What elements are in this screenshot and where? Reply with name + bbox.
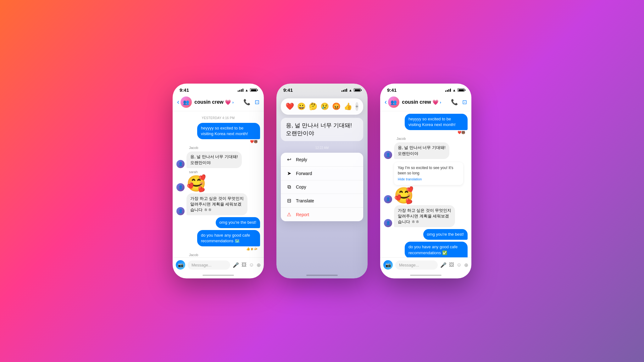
bubble-outgoing-cafe[interactable]: do you have any good cafe recommendation… [197,230,260,246]
plus-icon[interactable]: ⊕ [464,262,468,268]
bubble-incoming[interactable]: 가장 하고 싶은 것이 무엇인지알려주시면 계획을 세워보겠습니다 ㅎㅎ [394,205,455,228]
right-phone: 9:41 ▲ ‹ 👥 cousin crew 💗 › 📞 [380,84,471,278]
header-actions: 📞 ⊡ [243,99,259,106]
reaction-think[interactable]: 🤔 [309,102,317,111]
plus-icon[interactable]: ⊕ [257,262,261,268]
copy-icon: ⧉ [286,184,292,190]
gallery-icon[interactable]: 🖼 [242,262,247,268]
message-input-right[interactable]: Message... [395,261,438,270]
phone-icon[interactable]: 📞 [243,99,250,106]
bubble-incoming[interactable]: 응, 널 만나서 너무 기대돼!오랜만이야 [186,151,242,168]
wifi-icon: ▲ [349,88,352,92]
camera-button[interactable]: 📷 [383,260,393,270]
date-label: YESTERDAY 4:16 PM [176,116,260,120]
battery-icon [250,88,257,92]
avatar: 👤 [384,195,392,203]
message-row: heyyyy so excited to be visiting Korea n… [384,114,468,130]
wifi-icon: ▲ [245,88,248,92]
video-icon[interactable]: ⊡ [462,99,467,106]
avatar: 👤 [176,183,185,191]
messages-area-right[interactable]: heyyyy so excited to be visiting Korea n… [380,111,471,257]
message-row: do you have any good cafe recommendation… [176,230,260,246]
chat-title-left[interactable]: cousin crew 💗 › [194,99,234,105]
back-button[interactable]: ‹ [177,98,179,106]
more-emojis-button[interactable]: + [355,102,358,111]
context-report[interactable]: ⚠ Report [281,208,363,221]
chevron-icon: › [232,100,234,105]
report-icon: ⚠ [286,211,292,217]
message-row: 👤 🥰 [176,176,260,191]
context-translate-label: Translate [296,198,314,203]
bubble-outgoing[interactable]: heyyyy so excited to be visiting Korea n… [405,114,468,130]
sender-label: Jacob [189,253,260,257]
reaction-heart[interactable]: ❤️ [286,102,294,111]
reaction-emoji: 👍🍺🍻 [176,247,258,250]
context-report-label: Report [296,212,309,217]
status-time-right: 9:41 [387,87,397,93]
message-row: heyyyy so excited to be visiting Korea n… [176,123,260,139]
reaction-cry[interactable]: 😢 [320,102,329,111]
message-input-left[interactable]: Message... [188,261,230,270]
mic-icon[interactable]: 🎤 [440,262,447,268]
message-time: 12:22 AM [276,146,368,150]
emoji-icon[interactable]: ☺ [457,262,462,268]
message-row: do you have any good cafe recommendation… [384,242,468,257]
left-phone: 9:41 ▲ ‹ 👥 cousin crew 💗 › 📞 [173,84,264,278]
sender-label: Jacob [189,146,260,150]
group-avatar: 👥 [388,96,399,108]
bubble-outgoing[interactable]: omg you're the best! [216,217,260,228]
status-time-middle: 9:41 [283,87,293,93]
bubble-outgoing[interactable]: heyyyy so excited to be visiting Korea n… [197,123,260,139]
chat-header-right: ‹ 👥 cousin crew 💗 › 📞 ⊡ [380,94,471,111]
chat-header-left: ‹ 👥 cousin crew 💗 › 📞 ⊡ [173,94,264,111]
messages-area-left[interactable]: YESTERDAY 4:16 PM heyyyy so excited to b… [173,111,264,257]
message-row: 👤 응, 널 만나서 너무 기대돼!오랜만이야 [384,142,468,159]
translation-text: Yay I'm so excited to see you! It's been… [398,166,453,175]
forward-icon: ➤ [286,170,292,176]
emoji-reaction-bar[interactable]: ❤️ 😀 🤔 😢 😡 👍 + [281,98,363,115]
battery-icon [354,88,361,92]
context-translate[interactable]: ⊟ Translate [281,194,363,208]
sender-label: sarah [189,170,260,174]
chevron-icon: › [440,100,441,105]
hide-translation-button[interactable]: Hide translation [398,177,459,182]
input-bar-left: 📷 Message... 🎤 🖼 ☺ ⊕ [173,257,264,273]
status-bar-right: 9:41 ▲ [380,84,471,94]
group-avatar: 👥 [180,96,192,108]
input-icons: 🎤 🖼 ☺ ⊕ [440,262,468,268]
context-copy[interactable]: ⧉ Copy [281,180,363,194]
avatar: 👤 [384,219,392,227]
message-row: omg you're the best! [384,229,468,240]
bubble-incoming-jacob[interactable]: 응, 널 만나서 너무 기대돼!오랜만이야 [394,142,449,159]
context-forward[interactable]: ➤ Forward [281,167,363,180]
home-indicator [203,275,234,276]
gallery-icon[interactable]: 🖼 [449,262,454,268]
status-icons-right: ▲ [445,88,464,92]
middle-phone: 9:41 ▲ ❤️ 😀 🤔 😢 😡 👍 + [276,84,368,278]
phone-icon[interactable]: 📞 [451,99,458,106]
signal-icon [238,89,243,92]
reply-icon: ↩ [286,156,292,162]
camera-button[interactable]: 📷 [176,260,185,270]
chat-title-right[interactable]: cousin crew 💗 › [402,99,441,105]
back-button[interactable]: ‹ [385,98,387,106]
status-time-left: 9:41 [180,87,189,93]
translate-icon: ⊟ [286,198,292,204]
context-copy-label: Copy [296,184,306,189]
message-row: 👤 🥰 [384,188,468,203]
emoji-icon[interactable]: ☺ [249,262,254,268]
mic-icon[interactable]: 🎤 [233,262,239,268]
bubble-outgoing[interactable]: omg you're the best! [423,229,468,240]
reaction-emoji: ❤️🐻 [384,131,465,134]
video-icon[interactable]: ⊡ [255,99,259,106]
reaction-thumbsup[interactable]: 👍 [344,102,352,111]
sender-label: Jacob [397,137,468,140]
reaction-smile[interactable]: 😀 [297,102,306,111]
bubble-outgoing-cafe[interactable]: do you have any good cafe recommendation… [405,242,468,257]
message-row: 👤 가장 하고 싶은 것이 무엇인지알려주시면 계획을 세워보겠습니다 ㅎㅎ [176,193,260,216]
reaction-angry[interactable]: 😡 [332,102,341,111]
home-indicator [306,275,338,276]
avatar: 👤 [384,151,392,159]
context-reply[interactable]: ↩ Reply [281,153,363,167]
bubble-incoming[interactable]: 가장 하고 싶은 것이 무엇인지알려주시면 계획을 세워보겠습니다 ㅎㅎ [186,193,247,216]
